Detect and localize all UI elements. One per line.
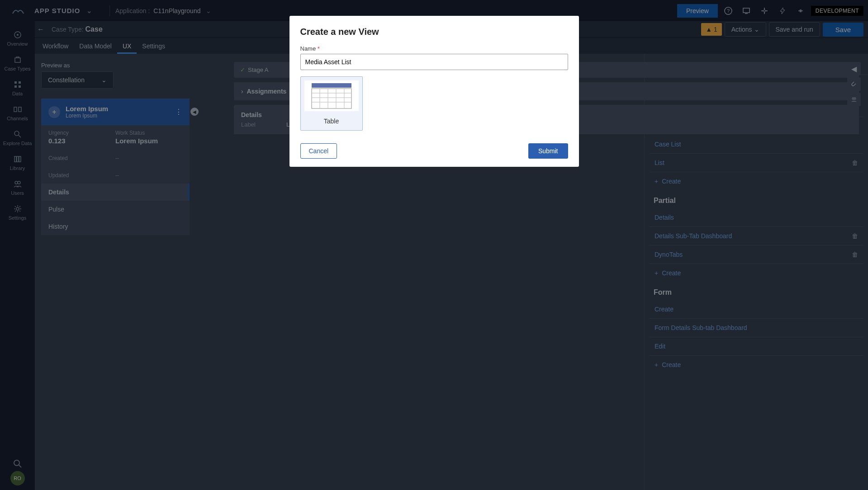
create-view-modal: Create a new View Name * Table Cancel Su… bbox=[289, 16, 579, 167]
submit-button[interactable]: Submit bbox=[528, 143, 568, 159]
template-table[interactable]: Table bbox=[300, 76, 363, 131]
cancel-button[interactable]: Cancel bbox=[300, 143, 337, 159]
name-field-label: Name * bbox=[300, 45, 568, 52]
table-thumbnail-icon bbox=[304, 80, 359, 111]
svg-rect-25 bbox=[312, 83, 351, 88]
modal-title: Create a new View bbox=[300, 27, 568, 37]
name-input[interactable] bbox=[300, 54, 568, 70]
svg-rect-26 bbox=[312, 89, 351, 108]
